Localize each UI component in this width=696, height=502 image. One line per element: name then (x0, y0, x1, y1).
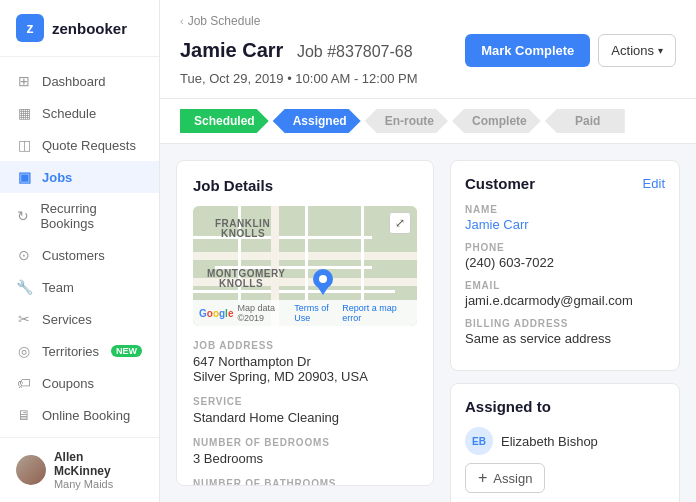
sidebar-item-services[interactable]: ✂ Services (0, 303, 159, 335)
user-name: Allen McKinney (54, 450, 143, 478)
map-container: FRANKLIN KNOLLS MONTGOMERY KNOLLS ⤢ (193, 206, 417, 326)
sidebar-item-label: Recurring Bookings (40, 201, 143, 231)
job-title-group: Jamie Carr Job #837807-68 (180, 39, 413, 62)
avatar (16, 455, 46, 485)
assign-button[interactable]: + Assign (465, 463, 545, 493)
assigned-to-panel: Assigned to EB Elizabeth Bishop + Assign (450, 383, 680, 502)
plus-icon: + (478, 470, 487, 486)
mark-complete-button[interactable]: Mark Complete (465, 34, 590, 67)
edit-link[interactable]: Edit (643, 176, 665, 191)
page-body: Job Details (160, 144, 696, 502)
step-assigned[interactable]: Assigned (273, 109, 361, 133)
job-details-title: Job Details (193, 177, 417, 194)
customers-icon: ⊙ (16, 247, 32, 263)
user-info: Allen McKinney Many Maids (54, 450, 143, 490)
assigned-title: Assigned to (465, 398, 665, 415)
step-complete[interactable]: Complete (452, 109, 541, 133)
logo-text: zenbooker (52, 20, 127, 37)
field-label: EMAIL (465, 280, 665, 291)
header-actions: Mark Complete Actions ▾ (465, 34, 676, 67)
customer-phone: (240) 603-7022 (465, 255, 665, 270)
sidebar-item-label: Quote Requests (42, 138, 136, 153)
field-label: BILLING ADDRESS (465, 318, 665, 329)
user-company: Many Maids (54, 478, 143, 490)
customer-panel: Customer Edit NAME Jamie Carr PHONE (240… (450, 160, 680, 371)
step-scheduled[interactable]: Scheduled (180, 109, 269, 133)
dashboard-icon: ⊞ (16, 73, 32, 89)
online-booking-icon: 🖥 (16, 407, 32, 423)
customer-field-email: EMAIL jami.e.dcarmody@gmail.com (465, 280, 665, 308)
customer-billing: Same as service address (465, 331, 665, 346)
sidebar-item-label: Customers (42, 248, 105, 263)
sidebar-item-recurring-bookings[interactable]: ↻ Recurring Bookings (0, 193, 159, 239)
sidebar-item-label: Schedule (42, 106, 96, 121)
assignee-name: Elizabeth Bishop (501, 434, 598, 449)
map-pin (313, 269, 333, 298)
user-avatar-image (16, 455, 46, 485)
calendar-icon: ▦ (16, 105, 32, 121)
step-enroute[interactable]: En-route (365, 109, 448, 133)
map-label-knolls: KNOLLS (221, 228, 265, 239)
field-job-address: JOB ADDRESS 647 Northampton DrSilver Spr… (193, 340, 417, 384)
assignee-item: EB Elizabeth Bishop (465, 427, 665, 455)
recurring-icon: ↻ (16, 208, 30, 224)
job-number: Job #837807-68 (297, 43, 413, 60)
customer-field-billing: BILLING ADDRESS Same as service address (465, 318, 665, 346)
map-footer: Google Map data ©2019 Terms of Use Repor… (193, 300, 417, 326)
quote-icon: ◫ (16, 137, 32, 153)
jobs-icon: ▣ (16, 169, 32, 185)
sidebar-item-label: Online Booking (42, 408, 130, 423)
map-terms[interactable]: Terms of Use (294, 303, 342, 323)
sidebar-item-dashboard[interactable]: ⊞ Dashboard (0, 65, 159, 97)
sidebar-item-label: Dashboard (42, 74, 106, 89)
main-content: ‹ Job Schedule Jamie Carr Job #837807-68… (160, 0, 696, 502)
customer-field-phone: PHONE (240) 603-7022 (465, 242, 665, 270)
sidebar-item-territories[interactable]: ◎ Territories NEW (0, 335, 159, 367)
sidebar-item-customers[interactable]: ⊙ Customers (0, 239, 159, 271)
field-value: 3 Bedrooms (193, 451, 417, 466)
sidebar-item-quote-requests[interactable]: ◫ Quote Requests (0, 129, 159, 161)
sidebar-item-label: Team (42, 280, 74, 295)
svg-marker-1 (315, 283, 331, 295)
field-label: SERVICE (193, 396, 417, 407)
coupons-icon: 🏷 (16, 375, 32, 391)
svg-point-2 (319, 275, 327, 283)
new-badge: NEW (111, 345, 142, 357)
expand-icon[interactable]: ⤢ (389, 212, 411, 234)
sidebar-item-label: Territories (42, 344, 99, 359)
map-copyright: Map data ©2019 (237, 303, 294, 323)
customer-title: Customer (465, 175, 535, 192)
customer-name[interactable]: Jamie Carr (465, 217, 665, 232)
field-bedrooms: NUMBER OF BEDROOMS 3 Bedrooms (193, 437, 417, 466)
job-title: Jamie Carr Job #837807-68 (180, 39, 413, 61)
sidebar: z zenbooker ⊞ Dashboard ▦ Schedule ◫ Quo… (0, 0, 160, 502)
field-service: SERVICE Standard Home Cleaning (193, 396, 417, 425)
step-paid[interactable]: Paid (545, 109, 625, 133)
assignee-avatar: EB (465, 427, 493, 455)
customer-field-name: NAME Jamie Carr (465, 204, 665, 232)
breadcrumb-label: Job Schedule (188, 14, 261, 28)
back-arrow-icon: ‹ (180, 15, 184, 27)
map-report[interactable]: Report a map error (342, 303, 411, 323)
right-panels: Customer Edit NAME Jamie Carr PHONE (240… (450, 160, 680, 486)
sidebar-item-team[interactable]: 🔧 Team (0, 271, 159, 303)
sidebar-item-coupons[interactable]: 🏷 Coupons (0, 367, 159, 399)
sidebar-item-label: Coupons (42, 376, 94, 391)
google-logo: Google (199, 308, 233, 319)
map-label-knolls2: KNOLLS (219, 278, 263, 289)
sidebar-item-online-booking[interactable]: 🖥 Online Booking (0, 399, 159, 431)
chevron-down-icon: ▾ (658, 45, 663, 56)
field-label: NUMBER OF BEDROOMS (193, 437, 417, 448)
field-label: NUMBER OF BATHROOMS (193, 478, 417, 486)
field-bathrooms: NUMBER OF BATHROOMS 3 Bathrooms (193, 478, 417, 486)
services-icon: ✂ (16, 311, 32, 327)
sidebar-navigation: ⊞ Dashboard ▦ Schedule ◫ Quote Requests … (0, 57, 159, 437)
field-label: JOB ADDRESS (193, 340, 417, 351)
breadcrumb[interactable]: ‹ Job Schedule (180, 14, 676, 28)
sidebar-item-jobs[interactable]: ▣ Jobs (0, 161, 159, 193)
team-icon: 🔧 (16, 279, 32, 295)
sidebar-item-schedule[interactable]: ▦ Schedule (0, 97, 159, 129)
sidebar-user: Allen McKinney Many Maids (0, 437, 159, 502)
field-label: PHONE (465, 242, 665, 253)
actions-button[interactable]: Actions ▾ (598, 34, 676, 67)
